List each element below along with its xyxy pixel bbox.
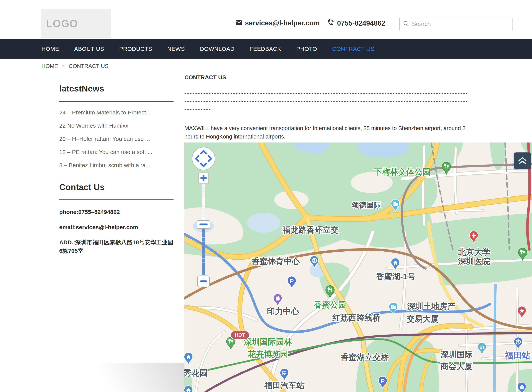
label-land-estate: 交易大厦 (406, 314, 439, 323)
sidebar: latestNews 24 – Premium Materials to Pro… (59, 84, 174, 262)
breadcrumb-separator: > (62, 63, 65, 69)
label-hongli-bridge: 红荔西跨线桥 (332, 313, 381, 322)
label-xiangmi-park: 香蜜公园 (314, 300, 346, 309)
location-map[interactable]: P (184, 143, 532, 392)
nav-item-products[interactable]: PRODUCTS (119, 46, 152, 52)
svg-text:HOT: HOT (235, 332, 245, 338)
contact-block: Contact Us phone:0755–82494862 email:ser… (59, 182, 174, 255)
contact-phone: phone:0755–82494862 (59, 208, 174, 216)
intro-paragraph: MAXWILL have a very convenient transport… (184, 124, 472, 141)
hot-badge: HOT (231, 331, 249, 339)
header: LOGO services@l-helper.com 0755-82494862 (0, 0, 532, 39)
zoom-slider-handle[interactable] (197, 220, 210, 229)
phone-icon (327, 19, 334, 28)
divider (59, 199, 174, 200)
label-yinli-center: 印力中心 (267, 307, 299, 316)
label-pku-hospital: 深圳医院 (458, 257, 490, 266)
label-land-estate: 深圳土地房产 (407, 302, 455, 311)
label-sports-center: 香蜜体育中心 (251, 257, 300, 266)
logo[interactable]: LOGO (41, 9, 111, 38)
latest-news-list: 24 – Premium Materials to Protect... 22 … (59, 109, 174, 168)
label-chamber: 商会大厦 (440, 362, 473, 371)
nav-item-download[interactable]: DOWNLOAD (200, 46, 235, 52)
minus-icon (199, 224, 207, 225)
news-item[interactable]: 20 – H–Heler rattan: You can use ... (59, 136, 174, 142)
label-chamber: 深圳国际 (440, 350, 473, 359)
nav-item-about-us[interactable]: ABOUT US (74, 46, 104, 52)
search-box[interactable] (399, 17, 513, 31)
header-email[interactable]: services@l-helper.com (235, 19, 320, 27)
search-input[interactable] (412, 20, 500, 28)
email-icon (235, 19, 242, 27)
zoom-in-button[interactable] (198, 173, 209, 183)
label-fulong-interchange: 福龙路香环立交 (282, 225, 339, 234)
label-futian-bus-station: 福田汽车站 (264, 381, 305, 390)
zoom-out-button[interactable] (198, 276, 209, 287)
contact-page: LOGO services@l-helper.com 0755-82494862 (0, 0, 532, 392)
breadcrumb: HOME > CONTRACT US (42, 63, 108, 69)
contact-address: ADD.:深圳市福田区泰然八路18号安华工业园6栋705室 (59, 238, 174, 255)
news-item[interactable]: 8 – Benitez Limbu: scrub with a ra... (59, 162, 174, 168)
header-phone[interactable]: 0755-82494862 (327, 19, 385, 28)
dashed-divider: ----------------------------------------… (184, 89, 471, 113)
divider (59, 101, 174, 102)
double-chevron-up-icon (518, 156, 527, 165)
latest-news-title: latestNews (59, 84, 174, 93)
nav-item-photo[interactable]: PHOTO (296, 46, 317, 52)
label-expo: 花卉博览园 (248, 350, 288, 359)
label-xiuhuayuan: 秀花园 (184, 368, 207, 377)
news-item[interactable]: 22 No Worries with Humixx (59, 122, 174, 129)
label-songde: 颂德国际 (352, 201, 381, 209)
main-content: CONTRACT US ----------------------------… (184, 74, 471, 141)
breadcrumb-home[interactable]: HOME (42, 63, 58, 69)
label-xiameilin-park: 下梅林文体公园 (374, 167, 430, 176)
contact-us-title: Contact Us (59, 182, 174, 192)
search-icon (403, 21, 409, 27)
nav-item-home[interactable]: HOME (42, 46, 59, 52)
email-text: services@l-helper.com (245, 19, 320, 27)
corner-shade (0, 363, 184, 392)
pan-control[interactable] (192, 147, 215, 170)
label-pku-hospital: 北京大学 (458, 247, 490, 257)
page-title: CONTRACT US (184, 74, 471, 81)
logo-text: LOGO (41, 18, 78, 29)
phone-text: 0755-82494862 (337, 19, 385, 27)
label-xiangmihu-interchange: 香蜜湖立交桥 (340, 353, 389, 362)
label-futian-station: 福田站 (505, 351, 530, 360)
nav-item-news[interactable]: NEWS (167, 46, 185, 52)
scroll-to-top-button[interactable] (514, 152, 531, 169)
label-xiangmihu-no1: 香蜜湖-1号 (376, 272, 415, 281)
nav-item-feedback[interactable]: FEEDBACK (250, 46, 281, 52)
contact-email: email:services@l-helper.com (59, 223, 174, 232)
house-pin-partial[interactable] (184, 386, 193, 392)
breadcrumb-current: CONTRACT US (69, 63, 108, 69)
label-expo: 深圳国际园林 (244, 337, 292, 346)
nav-item-contract-us[interactable]: CONTRACT US (332, 46, 375, 52)
main-nav: HOME ABOUT US PRODUCTS NEWS DOWNLOAD FEE… (0, 39, 532, 59)
minus-icon (200, 280, 207, 282)
news-item[interactable]: 12 – PE rattan: You can use a soft ... (59, 149, 174, 155)
news-item[interactable]: 24 – Premium Materials to Protect... (59, 109, 174, 116)
